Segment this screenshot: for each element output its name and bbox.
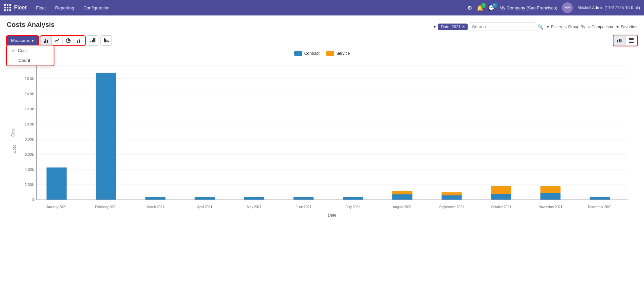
list-view-btn[interactable] [626,36,637,45]
main-content: Costs Analysis ▼ Date: 2021 ✕ 🔍 ▼ Filter… [0,15,644,258]
y-axis: Cost [12,145,17,153]
bar-dec-contract [590,197,610,200]
navbar-right: ⚙ 🔔 6 💬 24 My Company (San Francisco) MA… [467,2,640,13]
bar-jun-contract [294,197,314,200]
bar-mar-contract [145,197,166,200]
x-label-apr: April 2021 [197,205,212,209]
y-tick-6: 12.0k [25,107,34,111]
svg-rect-9 [92,40,93,42]
stacked-chart-icon [77,38,82,43]
app-name: Fleet [14,5,27,11]
sort-asc-btn[interactable] [87,35,98,46]
svg-rect-17 [619,39,620,42]
pie-chart-btn[interactable] [63,36,74,45]
svg-rect-11 [94,38,95,42]
svg-rect-1 [45,39,46,43]
x-label-jan: January 2021 [46,205,67,209]
x-label-jul: July 2021 [346,205,360,209]
settings-icon[interactable]: ⚙ [467,5,472,11]
legend-service: Service [326,51,350,56]
messages-badge: 24 [492,3,498,8]
search-input[interactable] [469,23,536,31]
navbar: Fleet Fleet Reporting Configuration ⚙ 🔔 … [0,0,644,15]
filter-tag-close[interactable]: ✕ [462,25,465,29]
chart-legend: Contract Service [7,51,637,56]
favorites-btn[interactable]: ★ Favorites [616,25,637,29]
bar-apr-contract [195,197,215,200]
sort-desc-icon [103,37,109,43]
company-name: My Company (San Francisco) [500,5,557,10]
sort-desc-btn[interactable] [100,35,112,46]
svg-rect-20 [629,39,634,40]
bar-chart-btn[interactable] [41,36,52,45]
measures-cost-item[interactable]: ✓ Cost [7,46,53,55]
measures-cost-label: Cost [18,48,27,53]
groupby-btn[interactable]: ≡ Group By [565,25,585,29]
svg-rect-12 [104,38,105,42]
x-label-aug: August 2021 [393,205,412,209]
y-tick-7: 14.0k [25,92,34,96]
comparison-btn[interactable]: ○ Comparison [588,25,613,29]
list-view-icon [629,37,634,43]
x-label-sep: September 2021 [439,205,464,209]
chart-view-btn[interactable] [614,36,626,45]
line-chart-btn[interactable] [52,36,63,45]
chart-view-icon [617,37,622,43]
notifications-icon[interactable]: 🔔 6 [477,5,483,11]
y-tick-2: 4.00k [25,167,34,172]
measures-button[interactable]: Measures ▾ [7,36,38,45]
measures-count-item[interactable]: Count [7,55,53,65]
svg-rect-6 [79,40,80,43]
svg-rect-0 [44,41,45,43]
notifications-badge: 6 [481,3,486,8]
groupby-icon: ≡ [565,25,567,29]
bar-sep-contract [442,195,462,200]
y-tick-8: 16.0k [25,77,34,81]
nav-fleet[interactable]: Fleet [32,3,50,12]
comparison-icon: ○ [588,25,590,29]
y-tick-0: 0 [32,198,34,202]
page-title: Costs Analysis [7,21,55,29]
x-label-may: May 2021 [247,205,262,209]
svg-rect-19 [629,38,634,39]
contract-legend-dot [294,51,302,56]
svg-rect-18 [620,39,621,42]
nav-configuration[interactable]: Configuration [80,3,114,12]
bar-aug-service [392,191,413,194]
svg-rect-10 [93,38,94,42]
x-label-dec: December 2021 [588,205,612,209]
y-label: Cost [11,128,15,137]
measures-label: Measures [11,38,30,43]
svg-rect-22 [629,42,634,43]
svg-rect-14 [106,40,108,42]
legend-contract: Contract [294,51,319,56]
svg-rect-8 [90,41,91,42]
nav-menu: Fleet Reporting Configuration [32,3,114,12]
measures-dropdown: ✓ Cost Count [7,45,54,66]
contract-legend-label: Contract [304,51,319,56]
filters-btn[interactable]: ▼ Filters [546,25,562,29]
avatar[interactable]: MA [562,2,573,13]
messages-icon[interactable]: 💬 24 [488,5,495,11]
bar-aug-contract [392,194,413,200]
filter-icon: ▼ [546,25,550,29]
stacked-chart-btn[interactable] [74,36,85,45]
bar-jan-contract [47,167,67,200]
filter-tag-label: Date: 2021 [441,25,461,29]
measures-count-label: Count [18,58,30,63]
active-filter-tag[interactable]: Date: 2021 ✕ [438,24,468,30]
svg-rect-4 [77,41,78,43]
svg-rect-13 [105,39,106,42]
nav-reporting[interactable]: Reporting [51,3,78,12]
x-label-nov: November 2021 [539,205,563,209]
service-legend-dot [326,51,334,56]
svg-rect-7 [79,39,80,40]
filter-funnel-icon: ▼ [432,24,437,29]
brand[interactable]: Fleet [4,4,27,11]
bar-chart-svg: Cost 0 2.00k 4.00k 6.00k 8.00k [7,59,637,233]
search-icon[interactable]: 🔍 [538,24,543,30]
sort-asc-icon [90,37,95,43]
pie-chart-icon [66,38,71,43]
x-label-feb: February 2021 [95,205,117,209]
bar-jul-contract [343,197,363,200]
